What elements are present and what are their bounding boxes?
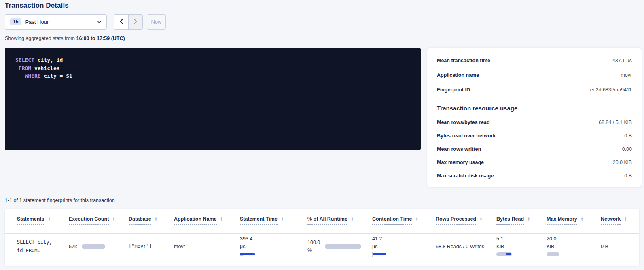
max-memory-cell: 20.0 KiB bbox=[547, 236, 601, 257]
rows-processed-cell: 68.8 Reads / 0 Writes bbox=[436, 234, 496, 259]
summary-row: Mean rows/bytes read 68.84 / 5.1 KiB bbox=[437, 116, 632, 129]
statements-table-header: Statements ▲▼ Execution Count ▲▼ Databas… bbox=[5, 209, 639, 234]
sort-icon[interactable]: ▲▼ bbox=[48, 217, 50, 221]
time-range-label: Past Hour bbox=[25, 19, 49, 25]
statement-fingerprint-link[interactable]: SELECT city, id FROM… bbox=[17, 238, 69, 255]
column-header-execution-count[interactable]: Execution Count ▲▼ bbox=[69, 216, 129, 233]
runtime-pct-bar bbox=[325, 244, 361, 249]
runtime-pct-value: 100.0 bbox=[307, 240, 320, 245]
sql-statement-box: SELECT city, id FROM vehicles WHERE city… bbox=[5, 48, 421, 150]
execution-count-bar bbox=[82, 244, 105, 249]
stats-line-range: 16:00 to 17:59 (UTC) bbox=[76, 36, 125, 41]
aggregated-stats-line: Showing aggregated stats from 16:00 to 1… bbox=[5, 36, 125, 41]
bytes-read-value: 5.1 bbox=[496, 236, 547, 242]
summary-value: 68.84 / 5.1 KiB bbox=[599, 120, 632, 125]
summary-row: Application name movr bbox=[437, 68, 632, 82]
summary-label: Fingerprint ID bbox=[437, 87, 470, 93]
time-picker-controls: 1h Past Hour Now bbox=[5, 14, 166, 30]
sql-line: FROM vehicles bbox=[15, 64, 410, 72]
column-header-statements[interactable]: Statements ▲▼ bbox=[17, 216, 69, 233]
column-header-max-memory[interactable]: Max Memory ▲▼ bbox=[547, 216, 601, 233]
transaction-summary-card: Mean transaction time 437.1 µs Applicati… bbox=[427, 48, 642, 187]
statement-time-bar bbox=[240, 252, 258, 257]
runtime-pct-cell: 100.0 % bbox=[307, 240, 372, 253]
statement-row: SELECT city, id FROM… 57k ["movr"] movr … bbox=[5, 234, 639, 259]
network-cell: 0 B bbox=[601, 234, 627, 259]
statement-time-cell: 393.4 µs bbox=[240, 236, 307, 257]
sort-icon[interactable]: ▲▼ bbox=[155, 217, 157, 221]
statement-text-line: SELECT city, bbox=[17, 238, 69, 247]
sort-icon[interactable]: ▲▼ bbox=[281, 217, 284, 221]
column-header-label: % of All Runtime bbox=[307, 216, 347, 225]
summary-label: Application name bbox=[437, 72, 479, 78]
summary-value: ee2df683f5aa9411 bbox=[590, 87, 632, 93]
summary-value: 0 B bbox=[624, 173, 632, 179]
column-header-network[interactable]: Network ▲▼ bbox=[601, 216, 627, 233]
summary-label: Bytes read over network bbox=[437, 133, 496, 139]
chevron-down-icon bbox=[97, 21, 102, 23]
application-name-value: movr bbox=[174, 244, 185, 249]
summary-row: Bytes read over network 0 B bbox=[437, 129, 632, 142]
summary-value: 0.00 bbox=[622, 146, 632, 152]
column-header-runtime-pct[interactable]: % of All Runtime ▲▼ bbox=[307, 216, 372, 233]
sort-icon[interactable]: ▲▼ bbox=[220, 217, 223, 221]
bytes-read-cell: 5.1 KiB bbox=[496, 236, 547, 257]
column-header-application-name[interactable]: Application Name ▲▼ bbox=[174, 216, 240, 233]
summary-value: movr bbox=[621, 72, 632, 78]
max-memory-bar bbox=[547, 252, 560, 257]
column-header-label: Execution Count bbox=[69, 216, 109, 225]
column-header-label: Database bbox=[129, 216, 151, 225]
summary-label: Max scratch disk usage bbox=[437, 173, 494, 179]
column-header-contention-time[interactable]: Contention Time ▲▼ bbox=[372, 216, 436, 233]
contention-time-cell: 41.2 µs bbox=[372, 236, 436, 257]
summary-row: Mean transaction time 437.1 µs bbox=[437, 53, 632, 68]
summary-label: Max memory usage bbox=[437, 160, 484, 165]
sort-icon[interactable]: ▲▼ bbox=[624, 217, 627, 221]
contention-time-bar bbox=[372, 252, 388, 257]
column-header-label: Application Name bbox=[174, 216, 217, 225]
time-range-badge: 1h bbox=[10, 18, 21, 25]
previous-interval-button[interactable] bbox=[114, 15, 128, 29]
column-header-label: Max Memory bbox=[547, 216, 577, 225]
sql-line: SELECT city, id bbox=[15, 56, 410, 64]
column-header-bytes-read[interactable]: Bytes Read ▲▼ bbox=[496, 216, 547, 233]
chevron-left-icon bbox=[119, 19, 124, 25]
sort-icon[interactable]: ▲▼ bbox=[480, 217, 482, 221]
column-header-label: Rows Processed bbox=[436, 216, 476, 225]
statement-text-line: id FROM… bbox=[17, 247, 69, 255]
page-title: Transaction Details bbox=[5, 2, 69, 10]
statement-time-unit: µs bbox=[240, 244, 307, 249]
runtime-pct-unit: % bbox=[307, 247, 320, 253]
network-value: 0 B bbox=[601, 244, 608, 249]
sort-icon[interactable]: ▲▼ bbox=[351, 217, 354, 221]
column-header-label: Statements bbox=[17, 216, 44, 225]
max-memory-value: 20.0 bbox=[547, 236, 601, 242]
sql-line: WHERE city = $1 bbox=[15, 72, 410, 80]
statement-time-value: 393.4 bbox=[240, 236, 307, 242]
summary-label: Mean rows written bbox=[437, 146, 481, 152]
statements-table: Statements ▲▼ Execution Count ▲▼ Databas… bbox=[5, 209, 639, 266]
max-memory-unit: KiB bbox=[547, 244, 601, 249]
sort-icon[interactable]: ▲▼ bbox=[112, 217, 115, 221]
sort-icon[interactable]: ▲▼ bbox=[527, 217, 530, 221]
column-header-rows-processed[interactable]: Rows Processed ▲▼ bbox=[436, 216, 496, 233]
time-range-dropdown[interactable]: 1h Past Hour bbox=[5, 14, 107, 30]
summary-row: Fingerprint ID ee2df683f5aa9411 bbox=[437, 82, 632, 97]
sort-icon[interactable]: ▲▼ bbox=[581, 217, 583, 221]
database-cell: ["movr"] bbox=[129, 234, 174, 259]
chevron-right-icon bbox=[133, 19, 138, 25]
now-button[interactable]: Now bbox=[147, 14, 166, 30]
summary-row: Max memory usage 20.0 KiB bbox=[437, 156, 632, 169]
column-header-label: Contention Time bbox=[372, 216, 412, 225]
sort-icon[interactable]: ▲▼ bbox=[415, 217, 418, 221]
stats-line-prefix: Showing aggregated stats from bbox=[5, 36, 76, 41]
contention-time-value: 41.2 bbox=[372, 236, 436, 242]
summary-value: 20.0 KiB bbox=[613, 160, 632, 165]
resource-usage-section-title: Transaction resource usage bbox=[437, 101, 632, 116]
summary-row: Max scratch disk usage 0 B bbox=[437, 169, 632, 182]
summary-row: Mean rows written 0.00 bbox=[437, 142, 632, 156]
column-header-statement-time[interactable]: Statement Time ▲▼ bbox=[240, 216, 307, 233]
column-header-database[interactable]: Database ▲▼ bbox=[129, 216, 174, 233]
next-interval-button[interactable] bbox=[128, 15, 142, 29]
time-step-group bbox=[114, 14, 143, 30]
